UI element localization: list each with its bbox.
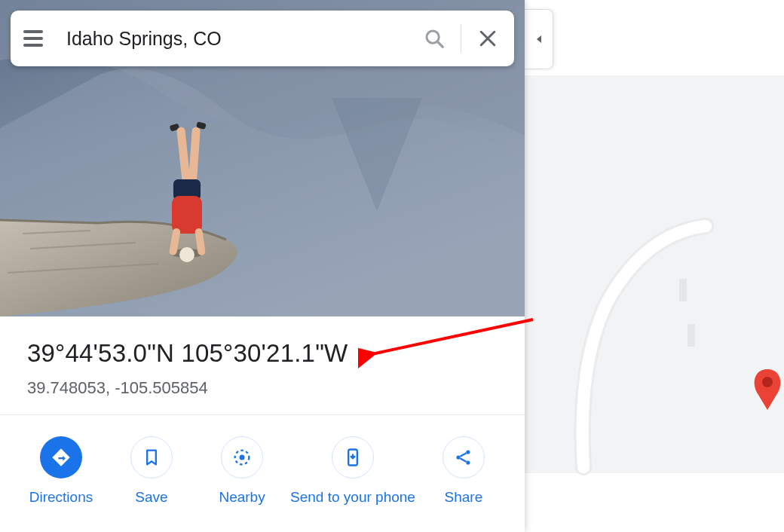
map-canvas[interactable]	[525, 0, 784, 532]
svg-rect-25	[688, 324, 695, 347]
svg-point-18	[456, 455, 460, 459]
search-button[interactable]	[408, 11, 461, 66]
action-label: Nearby	[219, 489, 265, 506]
svg-rect-23	[525, 473, 784, 532]
nearby-button[interactable]: Nearby	[200, 436, 284, 506]
close-icon	[476, 27, 499, 50]
action-bar: Directions Save Nearby	[0, 415, 525, 506]
directions-icon	[51, 447, 72, 468]
action-label: Share	[445, 489, 483, 506]
clear-button[interactable]	[461, 11, 514, 66]
chevron-left-icon	[534, 34, 544, 44]
svg-rect-24	[679, 279, 687, 301]
svg-point-19	[466, 450, 470, 454]
hamburger-icon	[23, 30, 43, 47]
bookmark-icon	[141, 447, 162, 468]
save-button[interactable]: Save	[109, 436, 194, 506]
directions-button[interactable]: Directions	[19, 436, 103, 506]
coords-dms: 39°44'53.0"N 105°30'21.1"W	[27, 339, 498, 368]
share-button[interactable]: Share	[421, 436, 506, 506]
send-to-phone-button[interactable]: Send to your phone	[290, 436, 415, 506]
search-input[interactable]	[56, 28, 408, 50]
svg-point-20	[466, 460, 470, 464]
svg-rect-21	[525, 0, 784, 532]
svg-line-12	[437, 41, 443, 47]
search-icon	[423, 27, 446, 50]
svg-point-10	[179, 247, 194, 262]
coordinates-block: 39°44'53.0"N 105°30'21.1"W 39.748053, -1…	[0, 316, 525, 414]
svg-rect-7	[172, 196, 202, 234]
svg-point-16	[240, 455, 245, 460]
svg-point-26	[762, 377, 773, 387]
side-panel: 39°44'53.0"N 105°30'21.1"W 39.748053, -1…	[0, 0, 525, 532]
coords-decimal: 39.748053, -105.505854	[27, 378, 498, 398]
nearby-icon	[231, 447, 253, 468]
action-label: Send to your phone	[290, 489, 415, 506]
search-bar	[11, 11, 514, 66]
svg-rect-22	[525, 0, 784, 75]
share-icon	[453, 447, 474, 468]
menu-button[interactable]	[11, 11, 56, 66]
collapse-panel-button[interactable]	[525, 9, 553, 69]
action-label: Save	[135, 489, 167, 506]
phone-send-icon	[342, 447, 363, 468]
action-label: Directions	[29, 489, 93, 506]
